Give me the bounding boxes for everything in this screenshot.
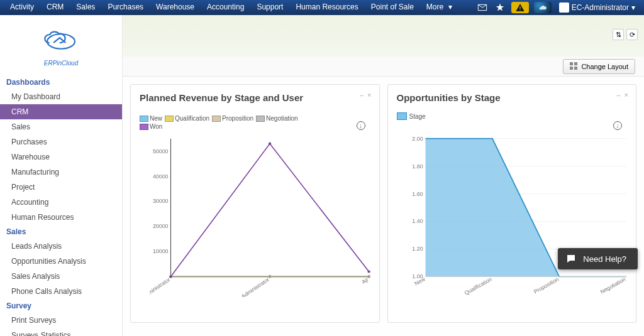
- nav-item-more[interactable]: More ▾: [420, 0, 458, 15]
- svg-text:20000: 20000: [153, 224, 169, 230]
- svg-text:1.80: 1.80: [412, 163, 423, 170]
- widget-minimize-icon[interactable]: –: [616, 91, 620, 99]
- widget-close-icon[interactable]: ×: [367, 91, 371, 99]
- svg-text:Negotiation: Negotiation: [599, 276, 626, 295]
- svg-text:10000: 10000: [153, 249, 169, 255]
- alert-icon[interactable]: [511, 2, 529, 13]
- sidebar-item-crm[interactable]: CRM: [0, 104, 122, 119]
- brand-logo: ERPinCloud: [0, 21, 122, 75]
- sidebar-item-leads-analysis[interactable]: Leads Analysis: [0, 239, 122, 254]
- refresh-button[interactable]: ⟳: [626, 29, 638, 40]
- widget-minimize-icon[interactable]: –: [360, 91, 364, 99]
- nav-more-label: More: [426, 3, 443, 11]
- sidebar-item-my-dashboard[interactable]: My Dashboard: [0, 89, 122, 104]
- help-widget[interactable]: Need Help?: [558, 248, 638, 269]
- sidebar-item-phone-calls-analysis[interactable]: Phone Calls Analysis: [0, 284, 122, 299]
- sidebar-item-project[interactable]: Project: [0, 180, 122, 195]
- sidebar-item-warehouse[interactable]: Warehouse: [0, 149, 122, 165]
- nav-item-human-resources[interactable]: Human Resources: [289, 0, 364, 15]
- svg-point-28: [367, 275, 370, 278]
- star-icon[interactable]: [491, 0, 509, 15]
- svg-point-31: [367, 270, 370, 273]
- svg-point-27: [269, 275, 271, 278]
- svg-text:1.40: 1.40: [412, 219, 423, 225]
- nav-item-activity[interactable]: Activity: [4, 0, 40, 15]
- legend-won: Won: [150, 123, 162, 130]
- help-label: Need Help?: [583, 254, 626, 264]
- svg-text:dministrator: dministrator: [150, 276, 172, 297]
- download-icon[interactable]: [357, 121, 365, 130]
- brand-name: ERPinCloud: [0, 60, 122, 67]
- chart-opps-by-stage: 1.001.201.401.601.802.00NewQualification…: [407, 135, 630, 297]
- user-label: EC-Administrator: [572, 3, 629, 12]
- sidebar-item-surveys-statistics[interactable]: Surveys Statistics: [0, 328, 122, 336]
- svg-rect-6: [574, 67, 577, 70]
- mail-icon[interactable]: [474, 0, 491, 15]
- chart-legend: Stage: [397, 112, 426, 120]
- page-banner: ⇅ ⟳: [123, 15, 644, 57]
- svg-rect-1: [519, 9, 520, 10]
- svg-text:30000: 30000: [153, 198, 169, 205]
- svg-text:40000: 40000: [153, 173, 169, 180]
- svg-text:Proposition: Proposition: [532, 276, 560, 295]
- widget-close-icon[interactable]: ×: [625, 91, 628, 99]
- widget-title: Planned Revenue by Stage and User: [131, 85, 379, 108]
- nav-item-sales[interactable]: Sales: [70, 0, 101, 15]
- svg-point-30: [269, 143, 271, 145]
- svg-text:1.20: 1.20: [412, 246, 423, 252]
- change-layout-label: Change Layout: [581, 63, 628, 70]
- sidebar-item-accounting[interactable]: Accounting: [0, 195, 122, 210]
- sidebar-item-human-resources[interactable]: Human Resources: [0, 210, 122, 225]
- sidebar-section-dashboards: Dashboards: [0, 75, 122, 89]
- sidebar-item-opportunities-analysis[interactable]: Opportunities Analysis: [0, 254, 122, 269]
- legend-qualification: Qualification: [175, 115, 209, 122]
- legend-proposition: Proposition: [222, 115, 253, 122]
- svg-point-2: [47, 34, 75, 48]
- top-nav: Activity CRM Sales Purchases Warehouse A…: [0, 0, 644, 15]
- change-layout-button[interactable]: Change Layout: [563, 59, 635, 74]
- nav-item-purchases[interactable]: Purchases: [101, 0, 150, 15]
- chat-icon: [565, 253, 577, 264]
- download-icon[interactable]: [613, 121, 622, 130]
- svg-rect-5: [570, 67, 573, 70]
- nav-item-crm[interactable]: CRM: [40, 0, 70, 15]
- widget-title: Opportunities by Stage: [388, 85, 636, 108]
- legend-stage: Stage: [409, 113, 426, 120]
- nav-item-pos[interactable]: Point of Sale: [365, 0, 420, 15]
- svg-text:Administrator: Administrator: [240, 276, 271, 297]
- sidebar-item-print-surveys[interactable]: Print Surveys: [0, 313, 122, 328]
- widget-opps-by-stage: Opportunities by Stage – × Stage 1.001.2…: [387, 84, 637, 323]
- expand-toggle-button[interactable]: ⇅: [613, 29, 624, 40]
- sub-toolbar: Change Layout: [123, 57, 644, 77]
- svg-rect-3: [570, 62, 573, 65]
- legend-negotiation: Negotiation: [266, 115, 298, 122]
- sidebar-section-sales: Sales: [0, 225, 122, 239]
- nav-item-support[interactable]: Support: [250, 0, 289, 15]
- sidebar-item-purchases[interactable]: Purchases: [0, 134, 122, 149]
- sidebar-section-survey: Survey: [0, 299, 122, 313]
- chart-legend: New Qualification Proposition Negotiatio…: [140, 115, 303, 130]
- svg-point-29: [169, 275, 172, 278]
- chart-planned-revenue: 1000020000300004000050000dministratorAdm…: [150, 135, 373, 297]
- sidebar: ERPinCloud Dashboards My Dashboard CRM S…: [0, 15, 123, 336]
- nav-item-accounting[interactable]: Accounting: [201, 0, 250, 15]
- legend-new: New: [150, 115, 162, 122]
- avatar: [559, 3, 569, 13]
- svg-text:1.60: 1.60: [412, 191, 423, 197]
- user-menu[interactable]: EC-Administrator ▾: [554, 0, 640, 15]
- chevron-down-icon: ▾: [448, 3, 452, 11]
- sidebar-item-sales-analysis[interactable]: Sales Analysis: [0, 269, 122, 284]
- sidebar-item-sales[interactable]: Sales: [0, 119, 122, 134]
- svg-text:50000: 50000: [153, 148, 169, 154]
- svg-text:Qualification: Qualification: [463, 276, 492, 296]
- chevron-down-icon: ▾: [631, 3, 635, 12]
- widget-planned-revenue: Planned Revenue by Stage and User – × Ne…: [130, 84, 380, 323]
- svg-rect-0: [519, 7, 520, 9]
- app-logo-icon[interactable]: [534, 2, 552, 13]
- svg-text:2.00: 2.00: [412, 136, 423, 142]
- main-area: ⇅ ⟳ Change Layout Planned Revenue by Sta…: [123, 15, 644, 336]
- nav-item-warehouse[interactable]: Warehouse: [150, 0, 201, 15]
- svg-rect-4: [574, 62, 577, 65]
- grid-icon: [570, 62, 577, 71]
- sidebar-item-manufacturing[interactable]: Manufacturing: [0, 165, 122, 180]
